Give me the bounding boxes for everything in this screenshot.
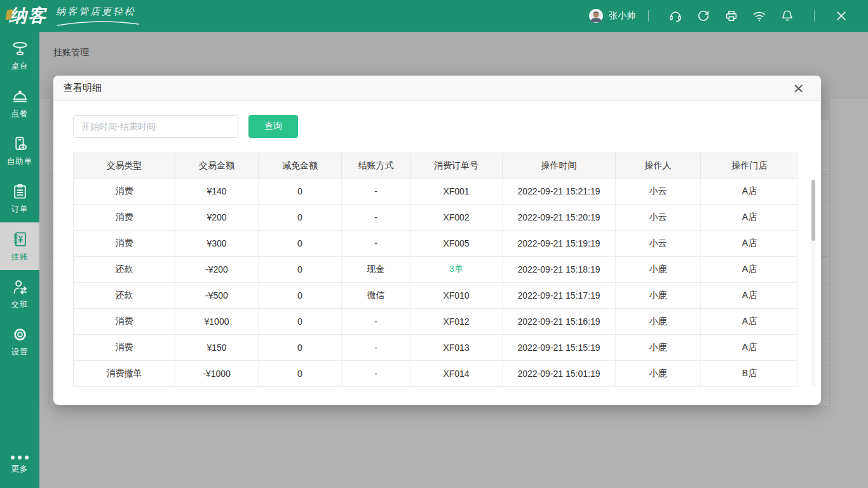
sidebar-item-settings[interactable]: 设置 xyxy=(0,318,39,365)
table-cell: 微信 xyxy=(342,283,410,308)
table-cell: 小云 xyxy=(616,179,701,204)
app-logo: 纳客 纳客管店更轻松 xyxy=(0,1,140,30)
sidebar-item-self-order[interactable]: 自助单 xyxy=(0,127,39,175)
table-cell: 2022-09-21 15:16:19 xyxy=(503,309,616,334)
table-cell: 消费 xyxy=(74,179,175,204)
modal-header: 查看明细 × xyxy=(53,76,821,101)
table-cell: 0 xyxy=(259,283,342,308)
table-cell: 0 xyxy=(259,335,342,360)
table-cell: A店 xyxy=(701,283,798,308)
table-cell: 0 xyxy=(259,309,342,334)
table-cell: XF010 xyxy=(410,283,503,308)
query-button[interactable]: 查询 xyxy=(248,115,298,138)
table-cell: B店 xyxy=(701,361,798,386)
sidebar-nav: 桌台 点餐 自助单 订单 挂账 xyxy=(0,32,39,488)
header-actions: 张小帅 xyxy=(588,8,868,24)
table-cell: XF014 xyxy=(410,361,503,386)
table-cell: A店 xyxy=(701,257,798,282)
sidebar-item-shift-change[interactable]: 交班 xyxy=(0,270,39,318)
modal-scrollbar-track[interactable] xyxy=(811,179,815,386)
table-cell: 小云 xyxy=(616,231,701,256)
table-cell: 现金 xyxy=(342,257,410,282)
user-avatar xyxy=(588,8,604,24)
wifi-icon[interactable] xyxy=(752,9,766,23)
table-cell: XF002 xyxy=(410,205,503,230)
table-cell: - xyxy=(342,335,410,360)
sidebar-item-ordering[interactable]: 点餐 xyxy=(0,79,39,127)
settings-gear-icon xyxy=(11,326,29,343)
table-cell: - xyxy=(342,231,410,256)
sidebar-item-orders[interactable]: 订单 xyxy=(0,175,39,222)
column-header: 操作人 xyxy=(616,153,701,178)
table-cell: XF013 xyxy=(410,335,503,360)
customer-service-icon[interactable] xyxy=(668,9,682,23)
table-cell: ¥300 xyxy=(175,231,259,256)
table-cell: A店 xyxy=(701,205,798,230)
table-cell: 2022-09-21 15:21:19 xyxy=(503,179,616,204)
table-cell: 2022-09-21 15:15:19 xyxy=(503,335,616,360)
detail-table: 交易类型交易金额减免金额结账方式消费订单号操作时间操作人操作门店 消费¥1400… xyxy=(73,152,797,387)
table-cell: ¥140 xyxy=(175,179,259,204)
sidebar-item-tables[interactable]: 桌台 xyxy=(0,32,39,79)
column-header: 结账方式 xyxy=(342,153,410,178)
modal-scrollbar-thumb[interactable] xyxy=(811,180,815,241)
self-order-icon xyxy=(11,135,29,152)
table-cell: -¥500 xyxy=(175,283,259,308)
table-cell: 小鹿 xyxy=(616,309,701,334)
sync-icon[interactable] xyxy=(696,9,710,23)
tagline-underline-swoosh xyxy=(56,21,140,27)
table-cell: - xyxy=(342,205,410,230)
order-count-link[interactable]: 3单 xyxy=(410,257,503,282)
table-cell: - xyxy=(342,361,410,386)
table-cell: 0 xyxy=(259,361,342,386)
column-header: 交易金额 xyxy=(175,153,259,178)
notification-bell-icon[interactable] xyxy=(780,9,794,23)
detail-table-header: 交易类型交易金额减免金额结账方式消费订单号操作时间操作人操作门店 xyxy=(73,152,797,178)
header-divider xyxy=(814,10,815,22)
table-cell: 消费 xyxy=(74,309,175,334)
username-label: 张小帅 xyxy=(609,10,635,22)
table-cell: 消费 xyxy=(74,335,175,360)
column-header: 操作时间 xyxy=(503,153,616,178)
table-cell: 小鹿 xyxy=(616,257,701,282)
table-cell: ¥200 xyxy=(175,205,259,230)
table-cell: - xyxy=(342,309,410,334)
header-divider xyxy=(648,10,649,22)
filter-row: 查询 xyxy=(73,115,801,138)
column-header: 操作门店 xyxy=(701,153,798,178)
user-account-button[interactable]: 张小帅 xyxy=(588,8,635,24)
logo-tagline: 纳客管店更轻松 xyxy=(56,6,140,29)
table-cell: ¥150 xyxy=(175,335,259,360)
table-cell: A店 xyxy=(701,309,798,334)
table-cell: 消费 xyxy=(74,205,175,230)
more-dots-icon xyxy=(11,456,29,459)
table-row: 消费¥3000-XF0052022-09-21 15:19:19小云A店 xyxy=(74,231,797,257)
table-cell: 还款 xyxy=(74,257,175,282)
table-icon xyxy=(11,40,29,57)
table-cell: 小云 xyxy=(616,205,701,230)
table-cell: 0 xyxy=(259,231,342,256)
table-cell: - xyxy=(342,179,410,204)
printer-icon[interactable] xyxy=(724,9,738,23)
table-cell: XF005 xyxy=(410,231,503,256)
table-cell: 0 xyxy=(259,179,342,204)
table-cell: -¥200 xyxy=(175,257,259,282)
app-close-icon[interactable] xyxy=(834,9,848,23)
sidebar-item-more[interactable]: 更多 xyxy=(0,446,39,484)
page-title: 挂账管理 xyxy=(53,47,868,58)
table-cell: 2022-09-21 15:19:19 xyxy=(503,231,616,256)
table-cell: 还款 xyxy=(74,283,175,308)
date-range-input[interactable] xyxy=(73,115,238,138)
view-detail-modal: 查看明细 × 查询 交易类型交易金额减免金额结账方式消费订单号操作时间操作人操作… xyxy=(53,76,821,405)
table-row: 消费¥10000-XF0122022-09-21 15:16:19小鹿A店 xyxy=(74,309,797,335)
table-row: 还款-¥5000微信XF0102022-09-21 15:17:19小鹿A店 xyxy=(74,283,797,309)
table-cell: XF001 xyxy=(410,179,503,204)
column-header: 减免金额 xyxy=(259,153,342,178)
table-cell: A店 xyxy=(701,231,798,256)
table-cell: 消费撤单 xyxy=(74,361,175,386)
table-cell: ¥1000 xyxy=(175,309,259,334)
modal-body: 查询 交易类型交易金额减免金额结账方式消费订单号操作时间操作人操作门店 消费¥1… xyxy=(53,101,821,387)
modal-close-icon[interactable]: × xyxy=(793,81,804,95)
shift-change-icon xyxy=(11,278,29,295)
sidebar-item-credit[interactable]: 挂账 xyxy=(0,222,39,270)
